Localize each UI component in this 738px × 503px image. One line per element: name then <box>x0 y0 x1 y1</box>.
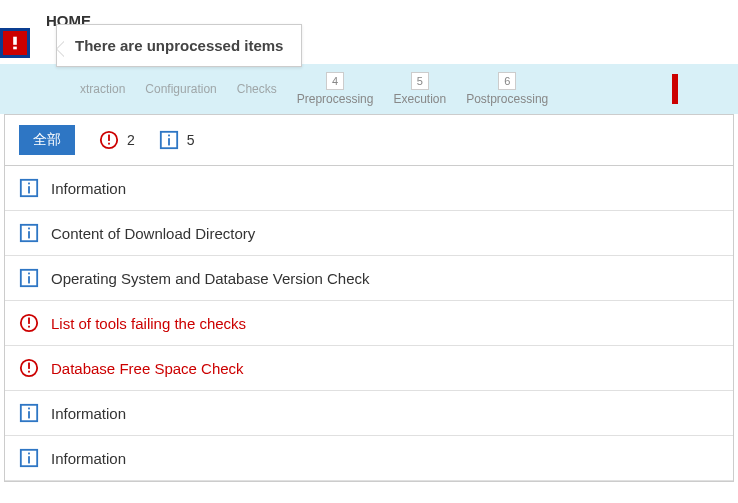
svg-rect-4 <box>108 143 110 145</box>
list-row-text: Information <box>51 180 126 197</box>
list-row-text: List of tools failing the checks <box>51 315 246 332</box>
item-list: InformationContent of Download Directory… <box>5 166 733 481</box>
svg-rect-13 <box>28 231 30 238</box>
info-icon <box>19 268 39 288</box>
tab-info[interactable]: 5 <box>159 130 195 150</box>
svg-rect-1 <box>13 47 17 50</box>
list-row-text: Operating System and Database Version Ch… <box>51 270 370 287</box>
list-row[interactable]: Operating System and Database Version Ch… <box>5 256 733 301</box>
tab-all[interactable]: 全部 <box>19 125 75 155</box>
list-row-text: Content of Download Directory <box>51 225 255 242</box>
svg-rect-6 <box>168 135 170 137</box>
svg-rect-15 <box>28 273 30 275</box>
svg-rect-10 <box>28 186 30 193</box>
alert-badge[interactable] <box>0 28 30 58</box>
filter-tabs: 全部 2 5 <box>5 115 733 166</box>
step-configuration: Configuration <box>145 82 216 96</box>
steps-end-marker <box>672 74 678 104</box>
svg-rect-16 <box>28 276 30 283</box>
step-preprocessing[interactable]: 4 Preprocessing <box>297 72 374 106</box>
list-row-text: Information <box>51 450 126 467</box>
svg-rect-18 <box>28 318 30 324</box>
info-icon <box>19 178 39 198</box>
info-count: 5 <box>187 132 195 148</box>
alert-tooltip-text: There are unprocessed items <box>75 37 283 54</box>
error-count: 2 <box>127 132 135 148</box>
list-row-text: Information <box>51 405 126 422</box>
svg-rect-22 <box>28 371 30 373</box>
error-icon <box>19 358 39 378</box>
tab-errors[interactable]: 2 <box>99 130 135 150</box>
step-postprocessing[interactable]: 6 Postprocessing <box>466 72 548 106</box>
svg-rect-27 <box>28 453 30 455</box>
list-row-text: Database Free Space Check <box>51 360 244 377</box>
list-row[interactable]: List of tools failing the checks <box>5 301 733 346</box>
info-icon <box>159 130 179 150</box>
list-row[interactable]: Information <box>5 436 733 481</box>
alert-tooltip: There are unprocessed items <box>56 24 302 67</box>
svg-rect-7 <box>168 138 170 145</box>
svg-rect-12 <box>28 228 30 230</box>
svg-rect-24 <box>28 408 30 410</box>
alert-icon <box>6 34 24 52</box>
main-panel: 全部 2 5 InformationContent of Download Di… <box>4 114 734 482</box>
step-checks: Checks <box>237 82 277 96</box>
step-extraction: xtraction <box>80 82 125 96</box>
info-icon <box>19 223 39 243</box>
list-row[interactable]: Database Free Space Check <box>5 346 733 391</box>
svg-rect-21 <box>28 363 30 369</box>
error-icon <box>19 313 39 333</box>
svg-rect-28 <box>28 456 30 463</box>
svg-rect-19 <box>28 326 30 328</box>
list-row[interactable]: Information <box>5 391 733 436</box>
error-icon <box>99 130 119 150</box>
list-row[interactable]: Information <box>5 166 733 211</box>
info-icon <box>19 403 39 423</box>
info-icon <box>19 448 39 468</box>
svg-rect-25 <box>28 411 30 418</box>
svg-rect-3 <box>108 135 110 141</box>
svg-rect-0 <box>13 37 17 45</box>
list-row[interactable]: Content of Download Directory <box>5 211 733 256</box>
svg-rect-9 <box>28 183 30 185</box>
steps-bar: xtraction Configuration Checks 4 Preproc… <box>0 64 738 114</box>
step-execution[interactable]: 5 Execution <box>393 72 446 106</box>
